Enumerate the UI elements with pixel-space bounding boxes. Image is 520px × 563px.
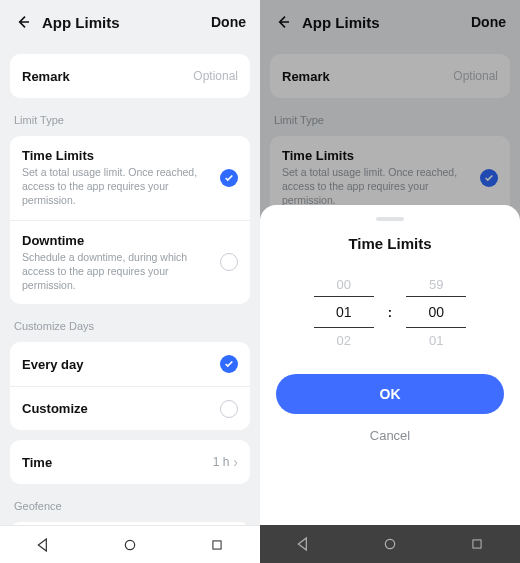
downtime-title: Downtime — [22, 233, 212, 248]
time-card: Time 1 h › — [10, 440, 250, 484]
time-row[interactable]: Time 1 h › — [10, 440, 250, 484]
header: App Limits Done — [0, 0, 260, 44]
radio-downtime[interactable] — [220, 253, 238, 271]
content: Remark Optional Limit Type Time Limits S… — [0, 44, 260, 525]
option-every-day[interactable]: Every day — [10, 342, 250, 386]
back-arrow-icon — [15, 14, 31, 30]
screen-time-picker: App Limits Done Remark Optional Limit Ty… — [260, 0, 520, 563]
screen-app-limits: App Limits Done Remark Optional Limit Ty… — [0, 0, 260, 563]
time-limits-desc: Set a total usage limit. Once reached, a… — [22, 165, 212, 208]
radio-time-limits[interactable] — [220, 169, 238, 187]
minutes-next: 01 — [429, 328, 443, 352]
option-customize[interactable]: Customize — [10, 386, 250, 430]
hours-next: 02 — [337, 328, 351, 352]
nav-home[interactable] — [115, 530, 145, 560]
section-limit-type: Limit Type — [14, 114, 246, 126]
time-picker: 00 01 02 : 59 00 01 — [276, 272, 504, 352]
time-value: 1 h — [213, 455, 230, 469]
done-button[interactable]: Done — [211, 14, 246, 30]
time-colon: : — [388, 305, 392, 320]
ok-button[interactable]: OK — [276, 374, 504, 414]
sheet-title: Time Limits — [276, 235, 504, 252]
check-icon — [224, 359, 234, 369]
android-navbar — [0, 525, 260, 563]
remark-placeholder: Optional — [193, 69, 238, 83]
downtime-desc: Schedule a downtime, during which access… — [22, 250, 212, 293]
cancel-button[interactable]: Cancel — [276, 428, 504, 443]
remark-label: Remark — [22, 69, 70, 84]
remark-card: Remark Optional — [10, 54, 250, 98]
remark-row[interactable]: Remark Optional — [10, 54, 250, 98]
svg-rect-1 — [213, 540, 221, 548]
radio-customize[interactable] — [220, 400, 238, 418]
time-picker-sheet: Time Limits 00 01 02 : 59 00 01 OK Cance… — [260, 205, 520, 525]
svg-point-0 — [125, 540, 134, 549]
days-card: Every day Customize — [10, 342, 250, 430]
section-customize-days: Customize Days — [14, 320, 246, 332]
time-limits-title: Time Limits — [22, 148, 212, 163]
nav-recent[interactable] — [202, 530, 232, 560]
radio-every-day[interactable] — [220, 355, 238, 373]
minutes-prev: 59 — [429, 272, 443, 296]
back-button[interactable] — [14, 13, 32, 31]
limit-type-card: Time Limits Set a total usage limit. Onc… — [10, 136, 250, 304]
page-title: App Limits — [42, 14, 120, 31]
section-geofence: Geofence — [14, 500, 246, 512]
check-icon — [224, 173, 234, 183]
every-day-label: Every day — [22, 357, 83, 372]
hours-wheel[interactable]: 00 01 02 — [314, 272, 374, 352]
chevron-right-icon: › — [233, 454, 238, 470]
minutes-selected: 00 — [428, 304, 444, 320]
hours-prev: 00 — [337, 272, 351, 296]
option-downtime[interactable]: Downtime Schedule a downtime, during whi… — [10, 220, 250, 305]
nav-back[interactable] — [28, 530, 58, 560]
hours-selected: 01 — [336, 304, 352, 320]
option-time-limits[interactable]: Time Limits Set a total usage limit. Onc… — [10, 136, 250, 220]
minutes-wheel[interactable]: 59 00 01 — [406, 272, 466, 352]
customize-label: Customize — [22, 401, 88, 416]
time-label: Time — [22, 455, 52, 470]
sheet-grabber[interactable] — [376, 217, 404, 221]
